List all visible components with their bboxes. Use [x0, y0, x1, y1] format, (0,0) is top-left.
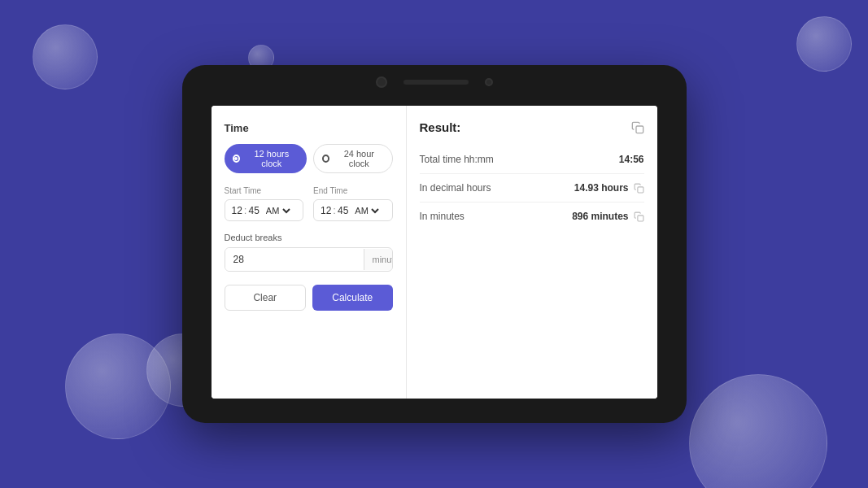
copy-decimal-icon[interactable] — [634, 183, 644, 194]
button-row: Clear Calculate — [225, 285, 393, 311]
start-hours: 12 — [232, 205, 242, 216]
result-value-total-wrap: 14:56 — [619, 154, 644, 165]
end-time-group: End Time 12 : 45 AM PM — [313, 186, 393, 221]
calculate-button[interactable]: Calculate — [312, 285, 393, 311]
copy-minutes-icon[interactable] — [634, 211, 644, 222]
decoration-bubble-6 — [689, 374, 827, 488]
clock-options: 12 hours clock 24 hour clock — [225, 144, 393, 173]
result-label-decimal: In decimal hours — [420, 182, 491, 194]
deduct-input-wrap: minutes — [225, 247, 393, 272]
result-row-total: Total time hh:mm 14:56 — [420, 146, 644, 174]
end-period-select[interactable]: AM PM — [351, 205, 382, 216]
section-title: Time — [225, 122, 393, 134]
right-panel: Result: Total time hh:mm 14:56 In decima… — [407, 106, 657, 399]
decoration-bubble-1 — [33, 24, 98, 89]
camera-left-icon — [376, 76, 387, 88]
svg-rect-0 — [636, 126, 643, 133]
time-row: Start Time 12 : 45 AM PM End Time — [225, 186, 393, 221]
result-label-total: Total time hh:mm — [420, 154, 494, 165]
result-row-minutes: In minutes 896 minutes — [420, 203, 644, 230]
start-minutes: 45 — [248, 205, 259, 216]
deduct-label: Deduct breaks — [225, 233, 393, 242]
start-time-group: Start Time 12 : 45 AM PM — [225, 186, 304, 221]
start-time-input: 12 : 45 AM PM — [225, 199, 304, 221]
copy-all-icon[interactable] — [631, 121, 644, 134]
end-hours: 12 — [321, 205, 331, 216]
tablet-top-bar — [376, 76, 493, 88]
result-header: Result: — [420, 120, 644, 134]
end-separator: : — [333, 204, 336, 216]
start-time-label: Start Time — [225, 186, 304, 195]
clock-option-24[interactable]: 24 hour clock — [313, 144, 393, 173]
end-time-label: End Time — [313, 186, 393, 195]
radio-12-icon — [233, 155, 241, 163]
clock-option-12[interactable]: 12 hours clock — [225, 144, 307, 173]
start-period-select[interactable]: AM PM — [263, 205, 293, 216]
tablet-screen: Time 12 hours clock 24 hour clock Start … — [212, 106, 657, 399]
svg-rect-1 — [637, 186, 643, 192]
clock-option-24-label: 24 hour clock — [334, 149, 383, 168]
deduct-input[interactable] — [225, 248, 364, 271]
camera-right-icon — [485, 78, 493, 86]
speaker-icon — [403, 80, 469, 85]
tablet-device: Time 12 hours clock 24 hour clock Start … — [182, 65, 687, 423]
start-separator: : — [244, 204, 247, 216]
end-time-input: 12 : 45 AM PM — [313, 199, 393, 221]
end-minutes: 45 — [338, 205, 348, 216]
deduct-unit: minutes — [364, 249, 393, 270]
svg-rect-2 — [637, 215, 643, 220]
result-title: Result: — [420, 120, 461, 134]
result-row-decimal: In decimal hours 14.93 hours — [420, 174, 644, 203]
left-panel: Time 12 hours clock 24 hour clock Start … — [212, 106, 407, 399]
decoration-bubble-3 — [796, 16, 852, 72]
result-value-minutes: 896 minutes — [572, 211, 628, 222]
result-value-decimal: 14.93 hours — [574, 182, 629, 194]
result-value-total: 14:56 — [619, 154, 644, 165]
radio-24-icon — [322, 155, 330, 163]
result-label-minutes: In minutes — [420, 211, 465, 222]
result-value-minutes-wrap: 896 minutes — [572, 211, 643, 222]
clock-option-12-label: 12 hours clock — [245, 149, 299, 168]
result-value-decimal-wrap: 14.93 hours — [574, 182, 644, 194]
clear-button[interactable]: Clear — [225, 285, 307, 311]
